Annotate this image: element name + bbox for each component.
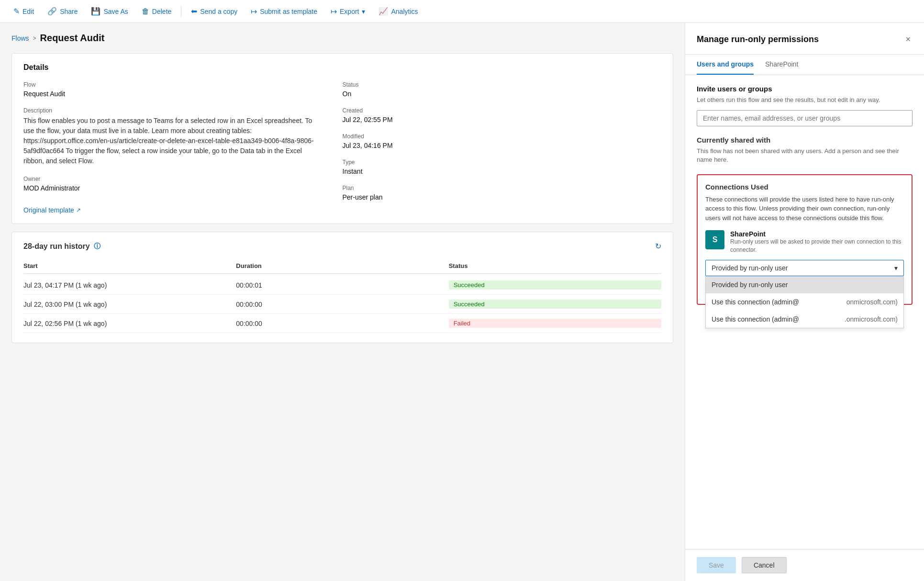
invite-input[interactable] — [697, 110, 913, 126]
plan-label: Plan — [343, 185, 662, 191]
save-as-button[interactable]: 💾 Save As — [85, 3, 134, 20]
shared-title: Currently shared with — [697, 136, 913, 144]
panel-tabs: Users and groups SharePoint — [685, 55, 924, 75]
plan-value: Per-user plan — [343, 193, 662, 201]
modified-label: Modified — [343, 133, 662, 140]
connection-info: SharePoint Run-only users will be asked … — [730, 230, 904, 254]
detail-plan: Plan Per-user plan — [343, 185, 662, 201]
table-header: Start Duration Status — [23, 258, 661, 274]
shared-desc: This flow has not been shared with any u… — [697, 147, 913, 164]
row1-duration: 00:00:01 — [236, 281, 448, 289]
chevron-down-icon: ▾ — [894, 264, 898, 272]
flow-value: Request Audit — [23, 90, 323, 98]
detail-modified: Modified Jul 23, 04:16 PM — [343, 133, 662, 149]
analytics-icon: 📈 — [379, 7, 388, 16]
type-label: Type — [343, 159, 662, 166]
breadcrumb-flows[interactable]: Flows — [11, 34, 29, 42]
connections-box: Connections Used These connections will … — [697, 174, 913, 305]
col-status: Status — [449, 262, 661, 269]
dropdown-trigger[interactable]: Provided by run-only user ▾ — [705, 260, 904, 276]
details-right: Status On Created Jul 22, 02:55 PM Modif… — [343, 81, 662, 214]
detail-flow: Flow Request Audit — [23, 81, 323, 98]
left-panel: Flows > Request Audit Details Flow Reque… — [0, 23, 685, 581]
breadcrumb: Flows > Request Audit — [11, 33, 673, 44]
dropdown-container: Provided by run-only user ▾ Provided by … — [705, 260, 904, 276]
refresh-icon[interactable]: ↻ — [655, 242, 661, 251]
row2-start: Jul 22, 03:00 PM (1 wk ago) — [23, 301, 236, 308]
modified-value: Jul 23, 04:16 PM — [343, 142, 662, 149]
original-template-link[interactable]: Original template ↗ — [23, 206, 81, 214]
detail-type: Type Instant — [343, 159, 662, 175]
close-button[interactable]: × — [903, 33, 913, 46]
tab-sharepoint[interactable]: SharePoint — [765, 55, 798, 75]
share-icon: 🔗 — [47, 7, 57, 16]
status-badge: Succeeded — [449, 300, 661, 309]
col-duration: Duration — [236, 262, 448, 269]
detail-owner: Owner MOD Administrator — [23, 176, 323, 192]
status-badge: Failed — [449, 319, 661, 328]
details-grid: Flow Request Audit Description This flow… — [23, 81, 661, 214]
owner-value: MOD Administrator — [23, 184, 323, 192]
panel-footer: Save Cancel — [685, 549, 924, 581]
sharepoint-icon: S — [705, 230, 724, 249]
external-link-icon: ↗ — [76, 207, 81, 213]
status-label: Status — [343, 81, 662, 88]
export-button[interactable]: ↦ Export ▾ — [325, 3, 371, 20]
description-label: Description — [23, 107, 323, 114]
table-row: Jul 22, 02:56 PM (1 wk ago) 00:00:00 Fai… — [23, 314, 661, 333]
submit-template-icon: ↦ — [251, 7, 257, 16]
export-icon: ↦ — [331, 7, 337, 16]
run-history-actions: ↻ — [655, 242, 661, 251]
status-badge: Succeeded — [449, 280, 661, 290]
details-title: Details — [23, 63, 661, 72]
toolbar: ✎ Edit 🔗 Share 💾 Save As 🗑 Delete ⬅ Send… — [0, 0, 924, 23]
created-label: Created — [343, 107, 662, 114]
dropdown-option-1[interactable]: Provided by run-only user — [706, 276, 903, 293]
send-copy-button[interactable]: ⬅ Send a copy — [185, 3, 243, 20]
edit-icon: ✎ — [13, 7, 20, 16]
detail-status: Status On — [343, 81, 662, 98]
type-value: Instant — [343, 168, 662, 175]
connection-sharepoint: S SharePoint Run-only users will be aske… — [705, 230, 904, 254]
dropdown-options: Provided by run-only user Use this conne… — [705, 276, 904, 328]
dropdown-option-2[interactable]: Use this connection (admin@ onmicrosoft.… — [706, 293, 903, 311]
details-left: Flow Request Audit Description This flow… — [23, 81, 343, 214]
sharepoint-desc: Run-only users will be asked to provide … — [730, 238, 904, 254]
separator-1 — [181, 6, 181, 17]
tab-users-groups[interactable]: Users and groups — [697, 55, 754, 75]
flow-label: Flow — [23, 81, 323, 88]
panel-title: Manage run-only permissions — [697, 34, 819, 45]
send-copy-icon: ⬅ — [191, 7, 197, 16]
run-history-header: 28-day run history ⓘ ↻ — [23, 242, 661, 251]
dropdown-selected-value: Provided by run-only user — [712, 264, 788, 272]
cancel-button[interactable]: Cancel — [742, 557, 787, 573]
row1-start: Jul 23, 04:17 PM (1 wk ago) — [23, 281, 236, 289]
invite-desc: Let others run this flow and see the res… — [697, 96, 913, 104]
table-row: Jul 22, 03:00 PM (1 wk ago) 00:00:00 Suc… — [23, 295, 661, 314]
analytics-button[interactable]: 📈 Analytics — [373, 3, 423, 20]
dropdown-option-3[interactable]: Use this connection (admin@ .onmicrosoft… — [706, 311, 903, 328]
main-area: Flows > Request Audit Details Flow Reque… — [0, 23, 924, 581]
run-history-title: 28-day run history ⓘ — [23, 242, 100, 251]
sharepoint-name: SharePoint — [730, 230, 904, 238]
row3-duration: 00:00:00 — [236, 320, 448, 327]
description-value: This flow enables you to post a message … — [23, 116, 323, 166]
share-button[interactable]: 🔗 Share — [42, 3, 83, 20]
detail-description: Description This flow enables you to pos… — [23, 107, 323, 166]
status-value: On — [343, 90, 662, 98]
connections-desc: These connections will provide the users… — [705, 195, 904, 223]
save-button: Save — [697, 557, 736, 573]
table-row: Jul 23, 04:17 PM (1 wk ago) 00:00:01 Suc… — [23, 276, 661, 295]
save-icon: 💾 — [91, 7, 100, 16]
detail-created: Created Jul 22, 02:55 PM — [343, 107, 662, 123]
info-icon: ⓘ — [94, 242, 100, 251]
submit-template-button[interactable]: ↦ Submit as template — [245, 3, 323, 20]
edit-button[interactable]: ✎ Edit — [8, 3, 40, 20]
run-history-card: 28-day run history ⓘ ↻ Start Duration St… — [11, 232, 673, 343]
col-start: Start — [23, 262, 236, 269]
row3-start: Jul 22, 02:56 PM (1 wk ago) — [23, 320, 236, 327]
breadcrumb-current: Request Audit — [40, 33, 105, 44]
invite-title: Invite users or groups — [697, 85, 913, 93]
panel-header: Manage run-only permissions × — [685, 23, 924, 55]
delete-button[interactable]: 🗑 Delete — [136, 3, 177, 20]
